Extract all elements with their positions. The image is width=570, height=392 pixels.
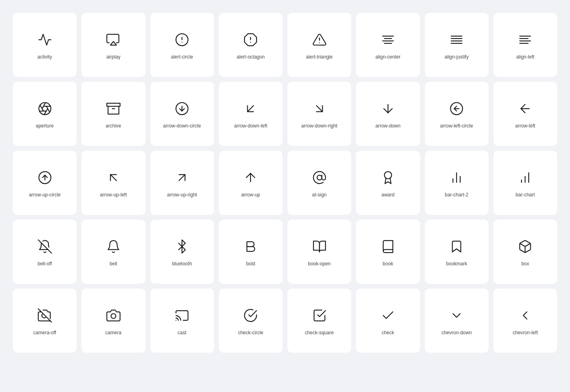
align-center-label: align-center bbox=[376, 54, 401, 61]
arrow-up-label: arrow-up bbox=[241, 192, 260, 198]
icon-card-bold[interactable]: bold bbox=[219, 220, 283, 284]
icon-card-arrow-down[interactable]: arrow-down bbox=[356, 82, 420, 146]
icon-card-arrow-up-right[interactable]: arrow-up-right bbox=[150, 151, 214, 215]
icon-card-chevron-left[interactable]: chevron-left bbox=[493, 289, 557, 353]
icon-card-bookmark[interactable]: bookmark bbox=[425, 220, 489, 284]
activity-icon bbox=[37, 32, 53, 48]
arrow-up-icon bbox=[243, 170, 259, 186]
arrow-up-circle-label: arrow-up-circle bbox=[29, 192, 61, 198]
bookmark-label: bookmark bbox=[446, 261, 467, 267]
svg-line-25 bbox=[40, 105, 44, 111]
icon-card-camera[interactable]: camera bbox=[81, 289, 145, 353]
check-square-label: check-square bbox=[305, 330, 334, 336]
arrow-up-left-icon bbox=[105, 170, 121, 186]
align-left-label: align-left bbox=[516, 54, 534, 61]
align-center-icon bbox=[380, 32, 396, 48]
arrow-up-circle-icon bbox=[37, 170, 53, 186]
arrow-down-icon bbox=[380, 101, 396, 117]
align-justify-label: align-justify bbox=[445, 54, 469, 61]
svg-line-41 bbox=[179, 175, 185, 181]
icon-card-bell-off[interactable]: bell-off bbox=[13, 220, 77, 284]
icon-card-alert-circle[interactable]: alert-circle bbox=[150, 13, 214, 77]
svg-point-54 bbox=[111, 314, 116, 319]
arrow-down-circle-label: arrow-down-circle bbox=[163, 123, 201, 129]
arrow-left-circle-label: arrow-left-circle bbox=[440, 123, 473, 129]
icon-card-arrow-down-left[interactable]: arrow-down-left bbox=[219, 82, 283, 146]
icon-card-award[interactable]: award bbox=[356, 151, 420, 215]
icon-card-chevron-down[interactable]: chevron-down bbox=[425, 289, 489, 353]
icon-card-check[interactable]: check bbox=[356, 289, 420, 353]
arrow-left-label: arrow-left bbox=[515, 123, 535, 129]
bar-chart-icon bbox=[517, 170, 533, 186]
alert-octagon-label: alert-octagon bbox=[236, 54, 265, 61]
icon-card-arrow-up[interactable]: arrow-up bbox=[219, 151, 283, 215]
svg-line-24 bbox=[42, 103, 46, 109]
icon-card-bar-chart-2[interactable]: bar-chart-2 bbox=[425, 151, 489, 215]
check-square-icon bbox=[311, 307, 327, 323]
bluetooth-icon bbox=[174, 238, 190, 255]
arrow-down-left-label: arrow-down-left bbox=[234, 123, 267, 129]
alert-triangle-label: alert-triangle bbox=[306, 54, 333, 61]
icon-card-arrow-left[interactable]: arrow-left bbox=[493, 82, 557, 146]
check-icon bbox=[380, 307, 396, 323]
icon-card-check-circle[interactable]: check-circle bbox=[219, 289, 283, 353]
icon-card-camera-off[interactable]: camera-off bbox=[13, 289, 77, 353]
bluetooth-label: bluetooth bbox=[172, 261, 192, 267]
chevron-left-label: chevron-left bbox=[513, 330, 538, 336]
arrow-down-right-label: arrow-down-right bbox=[301, 123, 338, 129]
icon-card-archive[interactable]: archive bbox=[81, 82, 145, 146]
bold-label: bold bbox=[246, 261, 255, 267]
icon-card-arrow-down-right[interactable]: arrow-down-right bbox=[287, 82, 351, 146]
icon-card-book[interactable]: book bbox=[356, 220, 420, 284]
icon-card-airplay[interactable]: airplay bbox=[81, 13, 145, 77]
align-left-icon bbox=[517, 32, 533, 48]
bell-off-label: bell-off bbox=[38, 261, 52, 267]
archive-icon bbox=[105, 101, 121, 117]
svg-line-27 bbox=[44, 109, 48, 115]
icon-card-align-justify[interactable]: align-justify bbox=[425, 13, 489, 77]
book-label: book bbox=[383, 261, 393, 267]
icon-card-alert-triangle[interactable]: alert-triangle bbox=[287, 13, 351, 77]
award-icon bbox=[380, 170, 396, 186]
bell-off-icon bbox=[37, 238, 53, 255]
icon-card-box[interactable]: box bbox=[493, 220, 557, 284]
aperture-label: aperture bbox=[36, 123, 54, 129]
icon-card-arrow-left-circle[interactable]: arrow-left-circle bbox=[425, 82, 489, 146]
icon-grid: activityairplayalert-circlealert-octagon… bbox=[13, 13, 557, 353]
icon-card-cast[interactable]: cast bbox=[150, 289, 214, 353]
award-label: award bbox=[382, 192, 395, 198]
svg-rect-28 bbox=[107, 103, 120, 107]
icon-card-arrow-up-left[interactable]: arrow-up-left bbox=[81, 151, 145, 215]
icon-card-activity[interactable]: activity bbox=[13, 13, 77, 77]
book-open-icon bbox=[311, 238, 327, 255]
check-circle-label: check-circle bbox=[238, 330, 263, 336]
icon-card-at-sign[interactable]: at-sign bbox=[287, 151, 351, 215]
camera-icon bbox=[105, 307, 121, 323]
icon-card-aperture[interactable]: aperture bbox=[13, 82, 77, 146]
icon-card-alert-octagon[interactable]: alert-octagon bbox=[219, 13, 283, 77]
icon-card-align-center[interactable]: align-center bbox=[356, 13, 420, 77]
icon-card-check-square[interactable]: check-square bbox=[287, 289, 351, 353]
chevron-down-icon bbox=[449, 307, 465, 323]
icon-card-arrow-up-circle[interactable]: arrow-up-circle bbox=[13, 151, 77, 215]
bar-chart-2-label: bar-chart-2 bbox=[445, 192, 469, 198]
bar-chart-2-icon bbox=[449, 170, 465, 186]
archive-label: archive bbox=[106, 123, 121, 129]
arrow-up-right-label: arrow-up-right bbox=[167, 192, 197, 198]
at-sign-label: at-sign bbox=[312, 192, 327, 198]
cast-icon bbox=[174, 307, 190, 323]
icon-card-arrow-down-circle[interactable]: arrow-down-circle bbox=[150, 82, 214, 146]
alert-octagon-icon bbox=[243, 32, 259, 48]
icon-card-bar-chart[interactable]: bar-chart bbox=[493, 151, 557, 215]
aperture-icon bbox=[37, 101, 53, 117]
airplay-label: airplay bbox=[106, 54, 120, 61]
icon-card-book-open[interactable]: book-open bbox=[287, 220, 351, 284]
icon-card-bluetooth[interactable]: bluetooth bbox=[150, 220, 214, 284]
svg-line-22 bbox=[46, 106, 50, 112]
icon-card-align-left[interactable]: align-left bbox=[493, 13, 557, 77]
svg-point-43 bbox=[317, 175, 322, 180]
box-icon bbox=[517, 238, 533, 255]
arrow-up-right-icon bbox=[174, 170, 190, 186]
align-justify-icon bbox=[449, 32, 465, 48]
icon-card-bell[interactable]: bell bbox=[81, 220, 145, 284]
